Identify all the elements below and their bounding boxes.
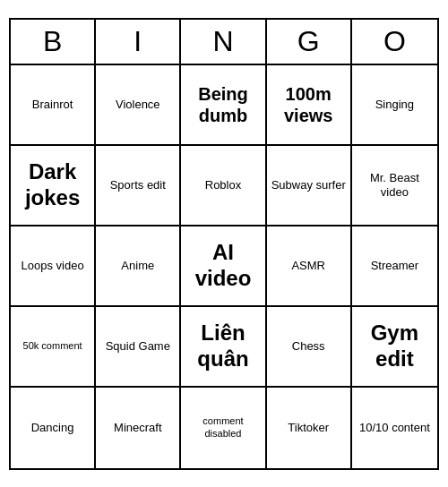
bingo-cell: Dark jokes <box>11 146 96 226</box>
bingo-cell: Anime <box>96 226 181 307</box>
bingo-cell: Squid Game <box>96 307 181 388</box>
bingo-cell: Roblox <box>181 146 266 226</box>
bingo-cell: Tiktoker <box>267 388 352 468</box>
header-letter: O <box>352 20 437 64</box>
bingo-cell: Loops video <box>11 226 96 307</box>
bingo-cell: Minecraft <box>96 388 181 468</box>
bingo-cell: Mr. Beast video <box>352 146 437 226</box>
bingo-cell: AI video <box>181 226 266 307</box>
bingo-cell: 10/10 content <box>352 388 437 468</box>
header-letter: G <box>267 20 352 64</box>
bingo-card: BINGO BrainrotViolenceBeing dumb100m vie… <box>9 18 439 470</box>
bingo-grid: BrainrotViolenceBeing dumb100m viewsSing… <box>11 65 437 468</box>
bingo-cell: Streamer <box>352 226 437 307</box>
bingo-cell: Being dumb <box>181 65 266 146</box>
bingo-header: BINGO <box>11 20 437 65</box>
bingo-cell: Brainrot <box>11 65 96 146</box>
bingo-cell: Sports edit <box>96 146 181 226</box>
header-letter: I <box>96 20 181 64</box>
bingo-cell: Chess <box>267 307 352 388</box>
bingo-cell: comment disabled <box>181 388 266 468</box>
bingo-cell: Subway surfer <box>267 146 352 226</box>
bingo-cell: Violence <box>96 65 181 146</box>
bingo-cell: Liên quân <box>181 307 266 388</box>
bingo-cell: Singing <box>352 65 437 146</box>
header-letter: B <box>11 20 96 64</box>
bingo-cell: 50k comment <box>11 307 96 388</box>
header-letter: N <box>181 20 266 64</box>
bingo-cell: 100m views <box>267 65 352 146</box>
bingo-cell: Gym edit <box>352 307 437 388</box>
bingo-cell: ASMR <box>267 226 352 307</box>
bingo-cell: Dancing <box>11 388 96 468</box>
